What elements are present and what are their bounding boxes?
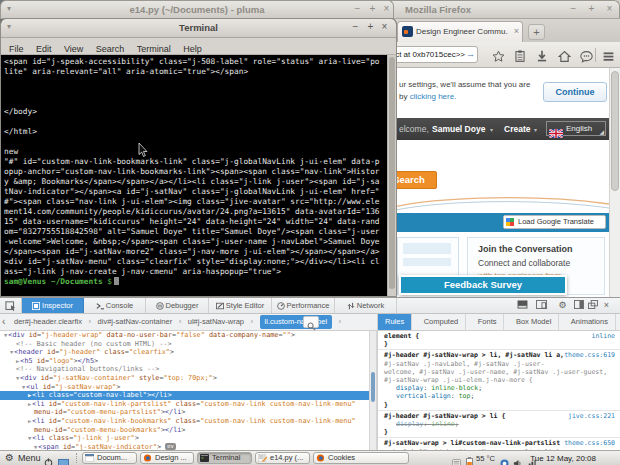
- menu-gear-icon[interactable]: ⚙: [5, 452, 14, 463]
- tab-fonts[interactable]: Fonts: [471, 314, 505, 330]
- firefox-hello-icon[interactable]: [578, 49, 594, 62]
- breadcrumb-item[interactable]: ul#j-satNav-wrap: [188, 314, 244, 330]
- maximize-button[interactable]: +: [364, 21, 377, 34]
- dock-side-icon[interactable]: [572, 300, 585, 311]
- tab-performance[interactable]: Performance: [272, 298, 335, 313]
- breadcrumb-item[interactable]: div#j-satNav-container: [98, 314, 173, 330]
- scrollbar-thumb[interactable]: [371, 372, 375, 402]
- pick-element-icon[interactable]: [0, 298, 22, 313]
- markup-line[interactable]: ▼<div id="j-satNav-container" style="top…: [0, 374, 369, 383]
- markup-line[interactable]: ▼<li class="j-link j-user">: [0, 434, 369, 443]
- tab-debugger[interactable]: Debugger: [146, 298, 209, 313]
- breadcrumb-item-selected[interactable]: li.custom-nav-label: [260, 315, 333, 329]
- menu-file[interactable]: File: [9, 44, 24, 54]
- close-button[interactable]: ×: [378, 21, 391, 34]
- page-scrollbar[interactable]: [609, 68, 620, 297]
- language-selector[interactable]: English ◢: [546, 121, 606, 136]
- bookmarks-menu-icon[interactable]: [512, 49, 528, 62]
- search-elements-icon[interactable]: [303, 316, 319, 328]
- taskbar-window-documents[interactable]: Docum...: [82, 452, 137, 464]
- tab-design-engineer-community[interactable]: Design Engineer Commu... ×: [397, 21, 523, 42]
- menu-button[interactable]: Menu: [18, 453, 41, 463]
- breadcrumb-back-icon[interactable]: ‹: [2, 314, 5, 330]
- css-source-link[interactable]: inline: [592, 332, 615, 340]
- home-icon[interactable]: [556, 49, 572, 62]
- css-selector: #j-header #j-satNav-wrap > li {jive.css:…: [378, 412, 620, 420]
- markup-line[interactable]: ▶<h5 id="logo"></h5>: [0, 357, 369, 366]
- css-declaration[interactable]: vertical-align: top;: [378, 392, 620, 400]
- taskbar-window-e14py[interactable]: e14.py (...: [255, 452, 310, 464]
- pluma-window-titlebar[interactable]: ▾ e14.py (~/Documents) - pluma − + ×: [0, 0, 394, 19]
- tab-network[interactable]: Network: [335, 298, 397, 313]
- settings-gear-icon[interactable]: ⚙: [556, 300, 569, 311]
- minimize-button[interactable]: −: [567, 3, 580, 16]
- update-manager-icon[interactable]: [500, 454, 509, 465]
- markup-line[interactable]: <!-- Basic header (no custom HTML) -->: [0, 340, 369, 349]
- taskbar-window-terminal[interactable]: Terminal: [197, 452, 252, 464]
- markup-line[interactable]: ▼<div id="j-header-wrap" data-no-user-ba…: [0, 331, 369, 340]
- menu-search[interactable]: Search: [96, 44, 125, 54]
- downloads-icon[interactable]: [534, 49, 550, 62]
- create-menu[interactable]: Create: [504, 124, 530, 134]
- terminal-scrollbar[interactable]: [387, 55, 396, 296]
- chevron-down-icon: ▾: [534, 126, 537, 133]
- tab-inspector[interactable]: Inspector: [22, 298, 84, 313]
- minimize-button[interactable]: −: [349, 21, 362, 34]
- markup-scrollbar[interactable]: [369, 331, 377, 451]
- close-button[interactable]: ×: [603, 3, 616, 16]
- close-devtools-icon[interactable]: ×: [600, 300, 613, 311]
- taskbar-window-cookies[interactable]: Cookies: [313, 452, 409, 464]
- tab-style-editor[interactable]: Style Editor: [209, 298, 272, 313]
- minimize-button[interactable]: −: [351, 3, 364, 16]
- feedback-survey-banner[interactable]: Feedback Survey: [399, 275, 567, 295]
- show-desktop-icon[interactable]: [58, 454, 69, 465]
- menu-edit[interactable]: Edit: [36, 44, 52, 54]
- tab-close-icon[interactable]: ×: [514, 26, 519, 36]
- bookmark-star-icon[interactable]: [490, 49, 506, 62]
- css-source-link[interactable]: jive.css:221: [568, 412, 615, 420]
- tab-animations[interactable]: Animations: [564, 314, 616, 330]
- css-source-link[interactable]: theme.css:619: [564, 351, 615, 359]
- hamburger-menu-icon[interactable]: [600, 49, 616, 62]
- tab-computed[interactable]: Computed: [417, 314, 467, 330]
- terminal-screen[interactable]: <span id="j-speak-accessibility" class="…: [1, 55, 396, 296]
- continue-button[interactable]: Continue: [543, 82, 607, 102]
- markup-line[interactable]: ▶<li id="custom-nav-link-partslist" clas…: [0, 400, 369, 409]
- tray-window-icon[interactable]: [452, 454, 461, 465]
- responsive-mode-icon[interactable]: [535, 300, 548, 311]
- tab-box-model[interactable]: Box Model: [509, 314, 559, 330]
- load-google-translate-button[interactable]: Load Google Translate: [503, 215, 606, 229]
- markup-line[interactable]: <!-- Navigational buttons/links -->: [0, 365, 369, 374]
- close-button[interactable]: ×: [380, 3, 393, 16]
- go-arrow-icon[interactable]: →: [466, 49, 475, 59]
- battery-temperature-icon[interactable]: [466, 453, 473, 465]
- markup-line-selected[interactable]: ▶<li class="custom-nav-label"></li>: [0, 391, 369, 400]
- maximize-button[interactable]: +: [585, 3, 598, 16]
- menu-terminal[interactable]: Terminal: [137, 44, 171, 54]
- tab-rules[interactable]: Rules: [378, 314, 412, 330]
- taskbar-window-design[interactable]: Design ...: [140, 452, 194, 464]
- split-console-icon[interactable]: [516, 300, 529, 311]
- firefox-titlebar[interactable]: Mozilla Firefox − + ×: [380, 0, 620, 19]
- css-declaration[interactable]: display: inline-block;: [378, 384, 620, 392]
- css-declaration[interactable]: display: inline;: [378, 420, 620, 428]
- markup-line[interactable]: menu-id="custom-menu-bookmarks"></li>: [0, 426, 369, 435]
- css-source-link[interactable]: theme.css:650: [564, 439, 615, 447]
- markup-line[interactable]: menu-id="custom-menu-partslist"></li>: [0, 408, 369, 417]
- new-tab-button[interactable]: +: [528, 24, 545, 40]
- logout-power-icon[interactable]: [44, 453, 53, 465]
- menu-view[interactable]: View: [64, 44, 83, 54]
- markup-line[interactable]: ▼<header id="j-header" class="clearfix">: [0, 348, 369, 357]
- breadcrumb-item[interactable]: der#j-header.clearfix: [14, 314, 82, 330]
- scrollbar-thumb[interactable]: [389, 57, 395, 289]
- undock-window-icon[interactable]: [586, 300, 599, 311]
- terminal-titlebar[interactable]: ▾ Terminal − + ×: [1, 19, 396, 38]
- clicking-here-link[interactable]: clicking here.: [410, 92, 457, 101]
- tab-console[interactable]: Console: [84, 298, 146, 313]
- scrollbar-thumb[interactable]: [611, 71, 619, 191]
- user-menu[interactable]: Samuel Doye: [432, 124, 485, 134]
- maximize-button[interactable]: +: [366, 3, 379, 16]
- markup-line[interactable]: ▼<ul id="j-satNav-wrap">: [0, 383, 369, 392]
- markup-line[interactable]: ▶<li id="custom-nav-link-bookmarks" clas…: [0, 417, 369, 426]
- menu-help[interactable]: Help: [183, 44, 202, 54]
